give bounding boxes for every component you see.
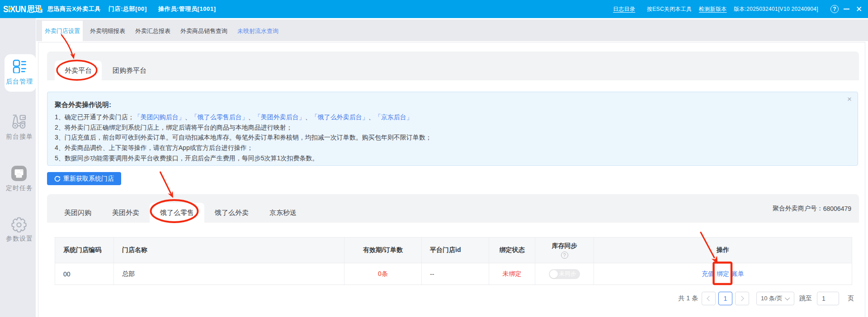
page-unit-label: 页 <box>848 294 854 303</box>
tab-waimai-platform[interactable]: 外卖平台 <box>55 61 102 80</box>
stock-sync-help-icon[interactable]: ? <box>561 252 568 259</box>
link-meituan-shangou-backend[interactable]: 「美团闪购后台」 <box>134 113 185 121</box>
notice-line-3: 3、门店充值后，前台即可收到外卖订单。可自动扣减本地库存。每笔外卖订单和券核销，… <box>55 132 850 143</box>
notice-box: 聚合外卖操作说明: 1、确定已开通了外卖门店；「美团闪购后台」、「饿了么零售后台… <box>47 92 858 166</box>
logo-x-glyph: X <box>10 0 15 18</box>
log-directory-link[interactable]: 日志目录 <box>613 0 635 18</box>
cell-platform-id: -- <box>422 263 489 284</box>
tab-unmapped-flow-query[interactable]: 未映射流水查询 <box>235 21 281 41</box>
settings-gear-icon[interactable] <box>11 217 27 233</box>
notice-line-4: 4、外卖商品调价、上下架等操作，请在官方App或官方后台进行操作； <box>55 143 850 153</box>
sidebar: 后台管理 前台接单 定时任务 参数设置 <box>0 18 36 317</box>
logo-text: SIXUN <box>3 0 26 18</box>
backstage-manage-icon[interactable] <box>13 60 26 73</box>
stock-sync-toggle[interactable]: 未同步 <box>549 269 580 279</box>
tab-jd-delivery[interactable]: 京东秒送 <box>259 203 307 223</box>
logo-cn: 思迅 <box>27 4 42 14</box>
link-meituan-waimai-backend[interactable]: 「美团外卖后台」 <box>255 113 305 121</box>
sidebar-item-settings[interactable]: 参数设置 <box>0 235 39 243</box>
frontdesk-orders-icon[interactable] <box>10 113 27 130</box>
app-logo: SIXUN 思迅 <box>3 0 42 18</box>
cell-store-code: 00 <box>55 263 114 284</box>
col-bind-status: 绑定状态 <box>489 238 535 263</box>
tab-meituan-shangou[interactable]: 美团闪购 <box>54 203 102 223</box>
platform-tabbar: 美团闪购 美团外卖 饿了么零售 饿了么外卖 京东秒送 聚合外卖商户号：68006… <box>47 194 859 223</box>
col-validity: 有效期/订单数 <box>344 238 422 263</box>
panel-left-border <box>38 42 38 317</box>
close-icon[interactable]: ✕ <box>854 4 864 14</box>
notice-line-1: 1、确定已开通了外卖门店；「美团闪购后台」、「饿了么零售后台」、「美团外卖后台」… <box>55 112 850 122</box>
tab-groupon-platform[interactable]: 团购券平台 <box>103 61 156 80</box>
tab-waimai-product-sales-query[interactable]: 外卖商品销售查询 <box>178 21 230 41</box>
titlebar: SIXUN 思迅 思迅商云X外卖工具 门店:总部[00] 操作员:管理员[100… <box>0 0 868 18</box>
sidebar-item-backstage-manage[interactable]: 后台管理 <box>0 78 39 86</box>
pagination: 共 1 条 1 10 条/页 跳至 1 页 <box>678 292 854 305</box>
refresh-icon <box>54 176 61 182</box>
store-info: 门店:总部[00] <box>108 0 147 18</box>
main-tabbar: 外卖门店设置 外卖明细报表 外卖汇总报表 外卖商品销售查询 未映射流水查询 <box>36 19 868 41</box>
panel-top-border <box>38 42 865 42</box>
col-platform-id: 平台门店id <box>422 238 489 263</box>
merchant-number: 聚合外卖商户号：68006479 <box>773 194 851 223</box>
cell-actions: 充值 绑定 账单 <box>594 263 852 284</box>
tab-meituan-waimai[interactable]: 美团外卖 <box>102 203 150 223</box>
sidebar-item-scheduled-tasks[interactable]: 定时任务 <box>0 184 39 192</box>
bill-link[interactable]: 账单 <box>731 270 744 278</box>
next-page-button[interactable] <box>735 292 749 305</box>
chevron-left-icon <box>707 296 712 301</box>
jump-to-label: 跳至 <box>799 294 812 303</box>
total-count: 共 1 条 <box>678 294 698 303</box>
link-jd-backend[interactable]: 「京东后台」 <box>375 113 413 121</box>
jump-page-input[interactable]: 1 <box>817 292 839 305</box>
tab-waimai-detail-report[interactable]: 外卖明细报表 <box>87 21 128 41</box>
logo-yellow-dot-icon <box>39 8 42 10</box>
stores-table: 系统门店编码 门店名称 有效期/订单数 平台门店id 绑定状态 库存同步 ? 操… <box>55 237 852 285</box>
col-store-code: 系统门店编码 <box>55 238 114 263</box>
col-store-name: 门店名称 <box>114 238 344 263</box>
annotation-arrow-to-eleme-retail-tab <box>160 172 171 193</box>
version-info: 版本:2025032401[V10 20240904] <box>734 0 818 18</box>
sub-tabbar: 外卖平台 团购券平台 <box>47 51 859 80</box>
page-1-button[interactable]: 1 <box>718 292 732 305</box>
minimize-icon[interactable] <box>844 9 849 9</box>
app-title: 思迅商云X外卖工具 <box>47 0 101 18</box>
notice-title: 聚合外卖操作说明: <box>55 101 850 108</box>
chevron-down-icon <box>785 295 790 300</box>
table-row: 00 总部 0条 -- 未绑定 未同步 充值 绑定 账单 <box>55 263 852 284</box>
notice-line-2: 2、将外卖门店正确绑定到系统门店上，绑定后请将平台的商品与本地商品进行映射； <box>55 122 850 133</box>
notice-line-5: 5、数据同步功能需要调用外卖平台收费接口，开启后会产生费用，每同步5次算1次扣费… <box>55 153 850 163</box>
page-size-select[interactable]: 10 条/页 <box>756 292 794 305</box>
recharge-link[interactable]: 充值 <box>702 270 714 278</box>
chevron-right-icon <box>739 296 744 301</box>
esc-close-hint: 按ESC关闭本工具 <box>647 0 692 18</box>
table-header-row: 系统门店编码 门店名称 有效期/订单数 平台门店id 绑定状态 库存同步 ? 操… <box>55 238 852 263</box>
panel-right-border <box>865 42 865 317</box>
cell-bind-status: 未绑定 <box>489 263 535 284</box>
col-actions: 操作 <box>594 238 852 263</box>
check-new-version-link[interactable]: 检测新版本 <box>699 0 727 18</box>
cell-store-name: 总部 <box>114 263 344 284</box>
operator-info: 操作员:管理员[1001] <box>158 0 216 18</box>
notice-lines: 1、确定已开通了外卖门店；「美团闪购后台」、「饿了么零售后台」、「美团外卖后台」… <box>55 112 850 163</box>
link-eleme-retail-backend[interactable]: 「饿了么零售后台」 <box>191 113 248 121</box>
prev-page-button[interactable] <box>702 292 716 305</box>
link-eleme-waimai-backend[interactable]: 「饿了么外卖后台」 <box>311 113 368 121</box>
toggle-knob <box>550 270 558 278</box>
help-icon[interactable]: ? <box>830 5 839 13</box>
logo-yellow-arrow-icon <box>9 6 12 11</box>
cell-validity: 0条 <box>344 263 422 284</box>
tab-waimai-store-settings[interactable]: 外卖门店设置 <box>42 21 83 41</box>
scheduled-tasks-icon[interactable] <box>11 165 27 182</box>
notice-close-icon[interactable]: × <box>845 95 854 104</box>
tab-eleme-retail[interactable]: 饿了么零售 <box>150 203 204 223</box>
bind-link[interactable]: 绑定 <box>717 270 729 278</box>
refresh-stores-button[interactable]: 重新获取系统门店 <box>47 172 121 185</box>
tab-eleme-waimai[interactable]: 饿了么外卖 <box>204 203 259 223</box>
cell-stock-sync: 未同步 <box>535 263 594 284</box>
tab-waimai-summary-report[interactable]: 外卖汇总报表 <box>132 21 173 41</box>
col-stock-sync: 库存同步 ? <box>535 238 594 263</box>
sidebar-item-frontdesk-orders[interactable]: 前台接单 <box>0 133 39 141</box>
